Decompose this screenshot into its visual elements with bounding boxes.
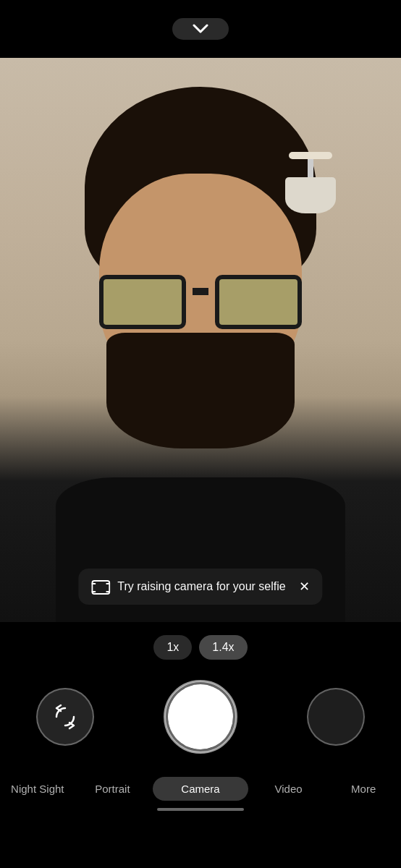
tab-portrait[interactable]: Portrait [75, 777, 151, 801]
gallery-button[interactable] [307, 688, 365, 746]
left-lens [99, 275, 186, 329]
home-indicator [157, 808, 244, 811]
camera-buttons-row [0, 680, 401, 754]
toast-notification: Try raising camera for your selfie ✕ [78, 569, 322, 605]
chevron-down-icon [193, 24, 208, 34]
fixture-shade [285, 177, 336, 213]
glasses-bridge [193, 288, 208, 295]
camera-frame-icon [91, 579, 110, 595]
fixture-base [289, 152, 332, 159]
beard-element [106, 333, 295, 448]
zoom-1-4x-button[interactable]: 1.4x [199, 635, 247, 660]
viewfinder[interactable]: Try raising camera for your selfie ✕ [0, 58, 401, 622]
mode-tabs: Night Sight Portrait Camera Video More [0, 777, 401, 801]
top-bar [0, 0, 401, 58]
zoom-1x-button[interactable]: 1x [153, 635, 192, 660]
flip-camera-button[interactable] [36, 688, 94, 746]
tab-night-sight[interactable]: Night Sight [0, 777, 75, 801]
flip-camera-icon [51, 702, 80, 731]
tab-more[interactable]: More [326, 777, 401, 801]
camera-app: Try raising camera for your selfie ✕ 1x … [0, 0, 401, 868]
chevron-pill[interactable] [172, 18, 229, 40]
light-fixture [278, 152, 343, 217]
glasses-element [92, 275, 309, 333]
tab-video[interactable]: Video [251, 777, 326, 801]
tab-camera[interactable]: Camera [153, 777, 248, 801]
right-lens [215, 275, 302, 329]
zoom-controls: 1x 1.4x [153, 635, 247, 660]
camera-controls: 1x 1.4x Night Sight Portrait [0, 622, 401, 868]
toast-close-button[interactable]: ✕ [299, 579, 310, 595]
toast-text: Try raising camera for your selfie [117, 580, 285, 593]
shutter-button[interactable] [168, 684, 233, 749]
